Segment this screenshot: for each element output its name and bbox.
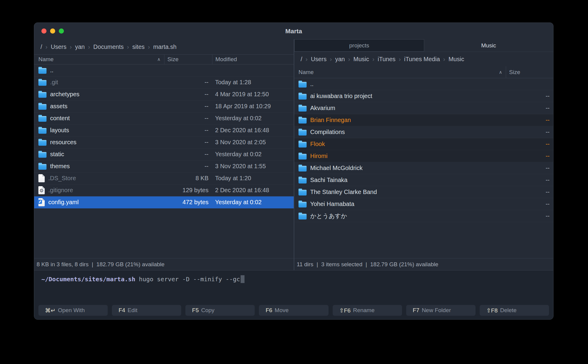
file-row[interactable]: Akvarium-- [294, 102, 553, 114]
gear-icon: ⚙ [39, 188, 44, 193]
file-name: .git [50, 79, 58, 86]
file-modified: Today at 1:20 [212, 175, 294, 182]
tab-music[interactable]: Music [424, 39, 554, 52]
chevron-right-icon: › [306, 56, 308, 63]
file-name: Hiromi [310, 153, 328, 160]
breadcrumb-item[interactable]: yan [75, 43, 85, 50]
file-modified: Yesterday at 0:02 [212, 199, 294, 206]
file-row[interactable]: assets--18 Apr 2019 at 10:29 [34, 100, 294, 112]
breadcrumb-item[interactable]: yan [335, 56, 345, 63]
folder-icon [298, 154, 307, 160]
function-key-bar: ⌘↵Open WithF4EditF5CopyF6Move⇧F6RenameF7… [34, 305, 553, 319]
file-row[interactable]: .git--Today at 1:28 [34, 76, 294, 88]
file-name: resources [50, 139, 76, 146]
file-row[interactable]: .. [34, 64, 294, 76]
file-modified: Yesterday at 0:02 [212, 151, 294, 158]
file-name: .. [310, 81, 314, 88]
file-row[interactable]: .DS_Store8 KBToday at 1:20 [34, 172, 294, 184]
folder-icon [38, 116, 46, 122]
chevron-right-icon: › [127, 43, 129, 50]
file-name: Sachi Tainaka [310, 177, 347, 183]
file-name: themes [50, 163, 70, 170]
file-size: -- [164, 139, 212, 146]
file-row[interactable]: themes--3 Nov 2020 at 1:55 [34, 160, 294, 172]
file-row[interactable]: archetypes--4 Mar 2019 at 12:50 [34, 88, 294, 100]
column-header-name-label: Name [298, 69, 314, 76]
chevron-right-icon: › [148, 43, 150, 50]
terminal-cursor [241, 275, 244, 283]
column-header-name[interactable]: Name ∧ [294, 66, 506, 78]
column-header-modified-label: Modified [215, 56, 237, 63]
tab-projects[interactable]: projects [294, 39, 424, 52]
file-row[interactable]: static--Yesterday at 0:02 [34, 148, 294, 160]
terminal-command-text: hugo server -D --minify --gc [135, 276, 240, 283]
column-header-row: Name ∧ Size [294, 66, 553, 78]
file-name: static [50, 151, 64, 158]
file-row[interactable]: Michael McGoldrick-- [294, 162, 553, 174]
file-row[interactable]: Brian Finnegan-- [294, 114, 553, 126]
file-row[interactable]: Sachi Tainaka-- [294, 174, 553, 186]
file-size: -- [506, 141, 553, 148]
folder-icon [298, 190, 307, 195]
breadcrumb-item[interactable]: marta.sh [153, 43, 177, 50]
folder-icon [38, 104, 46, 110]
fn-button-delete[interactable]: ⇧F8Delete [480, 305, 549, 316]
breadcrumb-item[interactable]: / [40, 43, 42, 50]
fn-button-open-with[interactable]: ⌘↵Open With [38, 305, 108, 316]
breadcrumb-item[interactable]: Users [311, 56, 326, 63]
file-size: -- [164, 127, 212, 134]
breadcrumb-item[interactable]: Music [353, 56, 369, 63]
chevron-right-icon: › [372, 56, 374, 63]
file-name: archetypes [50, 91, 80, 98]
file-size: 472 bytes [164, 199, 212, 206]
breadcrumb-item[interactable]: Users [51, 43, 66, 50]
file-row[interactable]: config.yaml472 bytesYesterday at 0:02 [34, 196, 294, 208]
folder-icon [298, 166, 307, 172]
left-pane: /›Users›yan›Documents›sites›marta.sh Nam… [34, 39, 294, 270]
file-row[interactable]: layouts--2 Dec 2020 at 16:48 [34, 124, 294, 136]
file-row[interactable]: Compilations-- [294, 126, 553, 138]
column-header-size[interactable]: Size [506, 66, 553, 78]
chevron-right-icon: › [46, 43, 48, 50]
fn-button-edit[interactable]: F4Edit [112, 305, 181, 316]
fn-button-new-folder[interactable]: F7New Folder [406, 305, 476, 316]
file-row[interactable]: resources--3 Nov 2020 at 2:05 [34, 136, 294, 148]
fn-button-copy[interactable]: F5Copy [185, 305, 255, 316]
breadcrumb-item[interactable]: / [301, 56, 302, 63]
file-row[interactable]: Hiromi-- [294, 150, 553, 162]
file-row[interactable]: .. [294, 78, 553, 90]
file-row[interactable]: Yohei Hamabata-- [294, 198, 553, 210]
fn-button-move[interactable]: F6Move [259, 305, 328, 316]
file-size: -- [506, 117, 553, 124]
file-name: Akvarium [310, 105, 335, 112]
file-name: .DS_Store [48, 175, 76, 182]
chevron-right-icon: › [348, 56, 350, 63]
folder-icon [38, 128, 46, 134]
file-row[interactable]: The Stanley Clarke Band-- [294, 186, 553, 198]
file-name: Michael McGoldrick [310, 165, 362, 172]
file-row[interactable]: ⚙.gitignore129 bytes2 Dec 2020 at 16:48 [34, 184, 294, 196]
column-header-size[interactable]: Size [164, 55, 212, 64]
breadcrumb-item[interactable]: sites [132, 43, 145, 50]
fn-button-rename[interactable]: ⇧F6Rename [333, 305, 402, 316]
breadcrumb-item[interactable]: iTunes Media [404, 56, 440, 63]
breadcrumb-item[interactable]: iTunes [378, 56, 395, 63]
file-row[interactable]: Flook-- [294, 138, 553, 150]
file-modified: 3 Nov 2020 at 1:55 [212, 163, 294, 170]
titlebar[interactable]: Marta [34, 23, 553, 39]
folder-icon [298, 178, 307, 183]
file-size: -- [506, 153, 553, 160]
file-row[interactable]: content--Yesterday at 0:02 [34, 112, 294, 124]
sort-ascending-icon: ∧ [499, 70, 502, 75]
column-header-modified[interactable]: Modified [212, 55, 294, 64]
terminal-command-line[interactable]: ~/Documents/sites/marta.sh hugo server -… [34, 270, 553, 283]
folder-icon [298, 142, 307, 148]
file-name: layouts [50, 127, 69, 134]
breadcrumb-item[interactable]: Documents [93, 43, 124, 50]
file-row[interactable]: かとうあすか-- [294, 210, 553, 222]
breadcrumb-item[interactable]: Music [448, 56, 464, 63]
file-row[interactable]: ai kuwabara trio project-- [294, 90, 553, 102]
folder-icon [298, 214, 307, 219]
column-header-name[interactable]: Name ∧ [34, 55, 164, 64]
chevron-right-icon: › [443, 56, 445, 63]
